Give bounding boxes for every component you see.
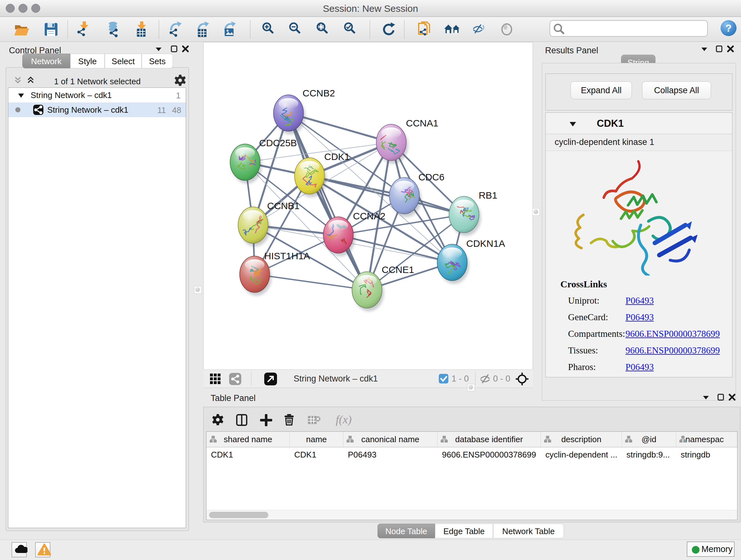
delete-table-icon[interactable] [307,413,322,428]
table-panel-menu-icon[interactable] [701,393,711,402]
control-panel-menu-icon[interactable] [154,44,163,54]
column-header[interactable]: database identifier [437,432,541,447]
crosslink-row: Compartments:9606.ENSP00000378699 [568,328,625,339]
show-graphics-details-button[interactable] [498,21,515,38]
cloud-status-icon[interactable] [11,542,27,557]
crosslink-link[interactable]: P06493 [625,295,654,306]
crosslink-link[interactable]: P06493 [625,312,654,322]
search-field[interactable] [549,20,708,37]
zoom-selected-button[interactable] [343,21,359,38]
scrollbar-thumb[interactable] [209,512,268,518]
results-panel-float-icon[interactable] [715,44,724,54]
tab-network-table[interactable]: Network Table [493,523,564,538]
graph-node-cdc6[interactable]: CDC6 [389,172,445,217]
zoom-in-button[interactable] [261,21,278,38]
birds-eye-view-icon[interactable] [264,373,277,386]
tab-node-table[interactable]: Node Table [378,523,435,538]
window-title: Session: New Session [0,3,741,14]
function-builder-icon[interactable]: f(x) [336,413,352,426]
export-network-button[interactable] [169,21,185,38]
column-header[interactable]: canonical name [343,432,437,447]
table-row[interactable]: CDK1 CDK1 P06493 9606.ENSP00000378699 cy… [206,447,737,462]
search-input[interactable] [565,22,704,34]
tab-style[interactable]: Style [70,54,105,68]
horizontal-scrollbar[interactable] [206,510,737,520]
crosslink-label: Compartments: [568,328,625,339]
table-options-gear-icon[interactable] [211,413,226,428]
column-header[interactable]: namespac [676,432,733,447]
table-panel-float-icon[interactable] [716,393,726,402]
network-options-gear-icon[interactable] [175,75,184,84]
import-table-file-button[interactable] [133,21,150,38]
crosslink-link[interactable]: P06493 [625,362,654,372]
selected-nodes-checkbox-icon[interactable] [439,374,448,383]
home-networks-button[interactable] [444,21,460,38]
column-header[interactable]: description [541,432,622,447]
delete-column-trash-icon[interactable] [282,413,297,428]
control-panel-float-icon[interactable] [170,44,179,54]
tab-network[interactable]: Network [22,54,70,68]
fit-selected-crosshair-icon[interactable] [515,372,529,387]
import-network-database-button[interactable] [105,21,121,38]
crosslink-link[interactable]: 9606.ENSP00000378699 [625,345,720,356]
graph-node-rb1[interactable]: RB1 [449,190,497,236]
show-columns-icon[interactable] [234,413,250,428]
import-network-file-button[interactable] [76,21,92,38]
add-column-icon[interactable] [259,413,274,428]
zoom-fit-button[interactable] [315,21,332,38]
graph-node-ccnb1[interactable]: CCNB1 [238,200,300,246]
clone-network-button[interactable] [415,21,432,38]
node-table: shared name name canonical name database… [206,431,738,520]
network-canvas[interactable]: CCNB2CCNA1CDC25BCDK1CDC6RB1CCNB1CCNA2CDK… [203,42,533,370]
memory-button[interactable]: Memory [687,542,735,557]
table-panel: Table Panel f(x) shared name name canoni… [197,390,741,538]
column-header[interactable]: shared name [206,432,290,447]
crosslink-row: Tissues:9606.ENSP00000378699 [568,345,598,356]
right-splitter-handle[interactable] [532,208,540,216]
network-selected-status: 1 of 1 Network selected [6,77,189,86]
toolbar-separator [369,20,370,39]
graph-node-cdkn1a[interactable]: CDKN1A [437,238,505,284]
hidden-items-eye-icon[interactable] [480,374,490,384]
zoom-out-button[interactable] [288,21,305,38]
graph-node-hist1h1a[interactable]: HIST1H1A [240,251,310,296]
crosslink-link[interactable]: 9606.ENSP00000378699 [625,328,720,339]
column-header[interactable]: @id [622,432,676,447]
crosslink-row: Pharos:P06493 [568,362,596,372]
app-window: Session: New Session [0,0,741,560]
open-session-button[interactable] [13,21,30,38]
crosslink-label: Uniprot: [568,295,599,306]
network-share-view-icon[interactable] [229,373,242,386]
table-panel-close-icon[interactable] [727,393,737,402]
network-row-selected[interactable]: String Network – cdk1 11 48 [8,103,186,117]
results-panel-menu-icon[interactable] [699,44,709,54]
graph-node-ccne1[interactable]: CCNE1 [352,264,414,311]
tab-select[interactable]: Select [105,54,142,68]
collection-expand-icon[interactable] [17,91,25,99]
node-label: CCNB2 [302,88,335,98]
help-button[interactable]: ? [721,20,737,36]
toolbar-separator [404,20,405,39]
show-grid-icon[interactable] [209,373,222,386]
toolbar-separator [250,20,251,39]
save-session-button[interactable] [43,21,59,38]
expand-all-button[interactable]: Expand All [570,81,632,99]
export-image-button[interactable] [223,21,239,38]
results-panel-close-icon[interactable] [726,44,735,54]
node-label: CCNB1 [267,200,300,211]
collapse-all-button[interactable]: Collapse All [642,81,711,99]
refresh-view-button[interactable] [381,21,397,38]
warning-status-icon[interactable] [35,542,51,557]
tab-edge-table[interactable]: Edge Table [435,523,493,538]
export-table-button[interactable] [196,21,212,38]
network-collection-row[interactable]: String Network – cdk1 1 [8,88,186,103]
hide-edges-button[interactable] [470,21,486,38]
toolbar-divider [475,372,475,386]
section-collapse-icon[interactable] [569,120,577,128]
network-graph[interactable]: CCNB2CCNA1CDC25BCDK1CDC6RB1CCNB1CCNA2CDK… [204,43,533,369]
cdk1-section-header[interactable]: CDK1 [546,113,732,134]
tab-sets[interactable]: Sets [142,54,173,68]
left-splitter-handle[interactable] [194,286,202,294]
column-header[interactable]: name [290,432,343,447]
control-panel-close-icon[interactable] [181,44,190,54]
